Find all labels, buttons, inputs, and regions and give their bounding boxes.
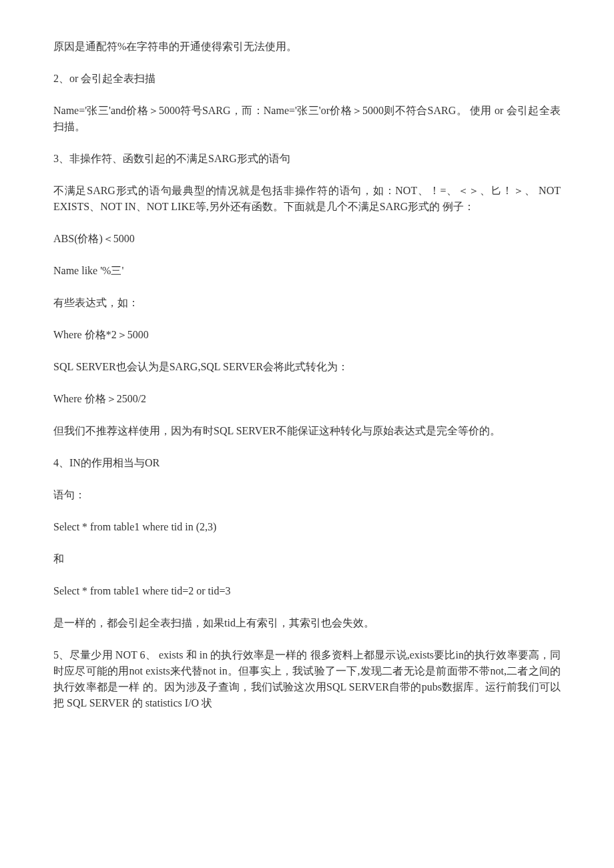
paragraph: Name='张三'and价格＞5000符号SARG，而：Name='张三'or价…: [53, 103, 561, 135]
paragraph: Select * from table1 where tid in (2,3): [53, 519, 561, 535]
paragraph: SQL SERVER也会认为是SARG,SQL SERVER会将此式转化为：: [53, 359, 561, 375]
paragraph: 5、尽量少用 NOT 6、 exists 和 in 的执行效率是一样的 很多资料…: [53, 647, 561, 711]
paragraph: Where 价格*2＞5000: [53, 327, 561, 343]
paragraph: 但我们不推荐这样使用，因为有时SQL SERVER不能保证这种转化与原始表达式是…: [53, 423, 561, 439]
paragraph: 是一样的，都会引起全表扫描，如果tid上有索引，其索引也会失效。: [53, 615, 561, 631]
paragraph: 2、or 会引起全表扫描: [53, 71, 561, 87]
paragraph: Select * from table1 where tid=2 or tid=…: [53, 583, 561, 599]
paragraph: 语句：: [53, 487, 561, 503]
paragraph: 原因是通配符%在字符串的开通使得索引无法使用。: [53, 39, 561, 55]
paragraph: 和: [53, 551, 561, 567]
paragraph: 有些表达式，如：: [53, 295, 561, 311]
paragraph: Name like '%三': [53, 263, 561, 279]
paragraph: ABS(价格)＜5000: [53, 231, 561, 247]
paragraph: 4、IN的作用相当与OR: [53, 455, 561, 471]
paragraph: 3、非操作符、函数引起的不满足SARG形式的语句: [53, 151, 561, 167]
paragraph: 不满足SARG形式的语句最典型的情况就是包括非操作符的语句，如：NOT、！=、＜…: [53, 183, 561, 215]
paragraph: Where 价格＞2500/2: [53, 391, 561, 407]
